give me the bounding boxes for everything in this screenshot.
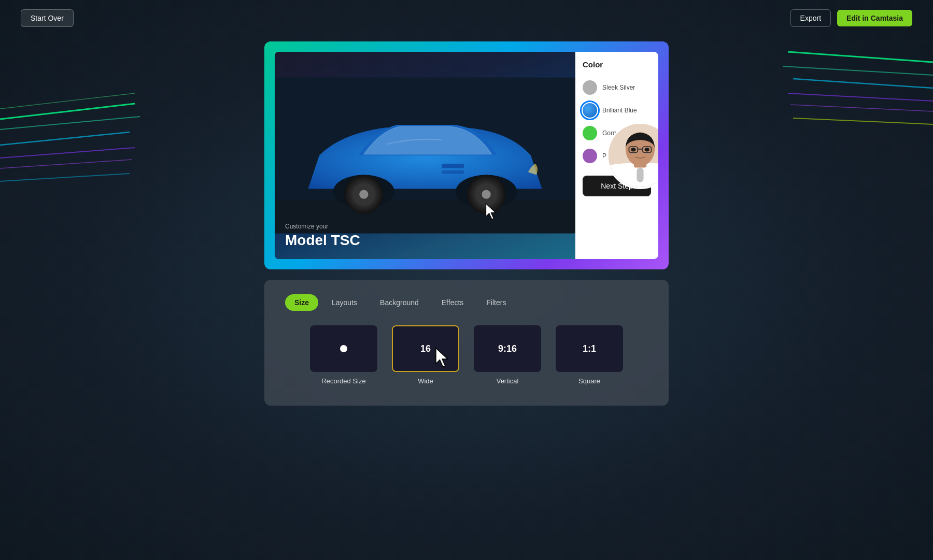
cursor-on-wide: [434, 347, 453, 368]
preview-card: Customize your Model TSC Color Sleek Sil…: [264, 41, 669, 269]
svg-rect-24: [442, 170, 464, 174]
size-option-square[interactable]: 1:1 Square: [556, 325, 623, 385]
svg-point-18: [359, 190, 368, 199]
size-option-wide[interactable]: 16 Wide: [392, 325, 459, 385]
webcam-person: [609, 124, 658, 187]
person-svg: [609, 124, 658, 187]
svg-rect-33: [637, 167, 643, 182]
size-box-recorded: [310, 325, 377, 372]
tab-size[interactable]: Size: [285, 294, 318, 311]
size-label-wide: Wide: [418, 377, 433, 385]
top-bar-actions: Export Edit in Camtasia: [790, 9, 912, 27]
color-swatch-blue: [583, 103, 597, 118]
tab-layouts[interactable]: Layouts: [322, 294, 366, 311]
size-label-recorded: Recorded Size: [321, 377, 365, 385]
size-box-vertical: 9:16: [474, 325, 541, 372]
color-panel-title: Color: [583, 60, 651, 69]
webcam-overlay: [606, 122, 658, 189]
color-swatch-purple: [583, 149, 597, 163]
size-content-vertical: 9:16: [498, 343, 517, 354]
start-over-button[interactable]: Start Over: [21, 9, 74, 27]
svg-rect-23: [442, 164, 464, 168]
car-section: Customize your Model TSC: [275, 52, 575, 259]
size-content-square: 1:1: [583, 343, 596, 354]
top-bar: Start Over Export Edit in Camtasia: [0, 0, 933, 36]
size-label-vertical: Vertical: [497, 377, 519, 385]
size-label-square: Square: [578, 377, 600, 385]
color-swatch-green: [583, 126, 597, 140]
export-button[interactable]: Export: [790, 9, 831, 27]
size-option-recorded[interactable]: Recorded Size: [310, 325, 377, 385]
customize-text: Customize your: [285, 223, 360, 230]
color-swatch-silver: [583, 80, 597, 95]
tabs: Size Layouts Background Effects Filters: [285, 294, 648, 311]
model-name: Model TSC: [285, 232, 360, 249]
color-option-blue[interactable]: Brilliant Blue: [583, 99, 651, 122]
size-dot-recorded: [340, 345, 347, 352]
size-box-wide: 16: [392, 325, 459, 372]
tab-background[interactable]: Background: [371, 294, 428, 311]
svg-point-32: [644, 148, 649, 152]
color-option-silver[interactable]: Sleek Silver: [583, 76, 651, 99]
controls-section: Size Layouts Background Effects Filters …: [264, 280, 669, 406]
edit-in-camtasia-button[interactable]: Edit in Camtasia: [837, 10, 912, 26]
svg-point-31: [631, 148, 635, 152]
preview-inner: Customize your Model TSC Color Sleek Sil…: [275, 52, 658, 259]
size-option-vertical[interactable]: 9:16 Vertical: [474, 325, 541, 385]
svg-point-22: [482, 190, 491, 199]
color-name-silver: Sleek Silver: [602, 84, 635, 91]
tab-filters[interactable]: Filters: [477, 294, 515, 311]
size-box-square: 1:1: [556, 325, 623, 372]
size-content-wide: 16: [420, 343, 431, 354]
color-name-blue: Brilliant Blue: [602, 107, 637, 114]
main-content: Customize your Model TSC Color Sleek Sil…: [264, 41, 669, 406]
size-options: Recorded Size 16 Wide 9:16 Vertical: [285, 325, 648, 385]
tab-effects[interactable]: Effects: [432, 294, 473, 311]
car-bottom-info: Customize your Model TSC: [285, 223, 360, 249]
